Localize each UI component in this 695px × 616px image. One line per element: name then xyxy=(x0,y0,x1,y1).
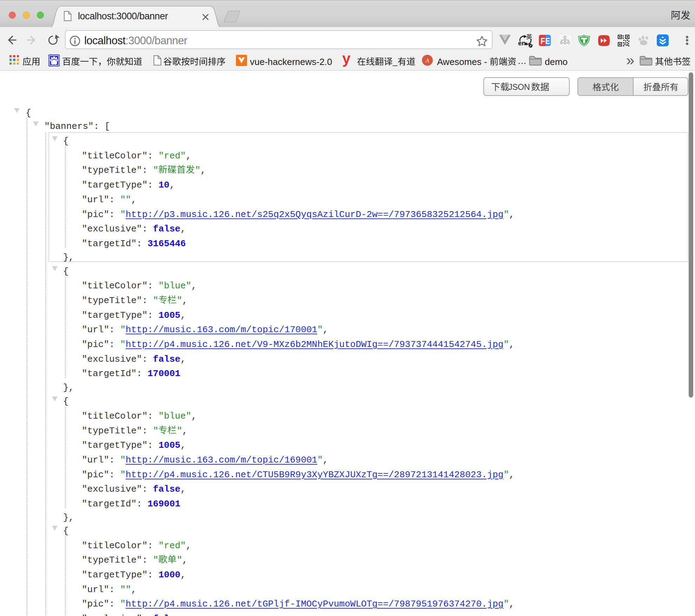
svg-text:A: A xyxy=(425,57,429,64)
